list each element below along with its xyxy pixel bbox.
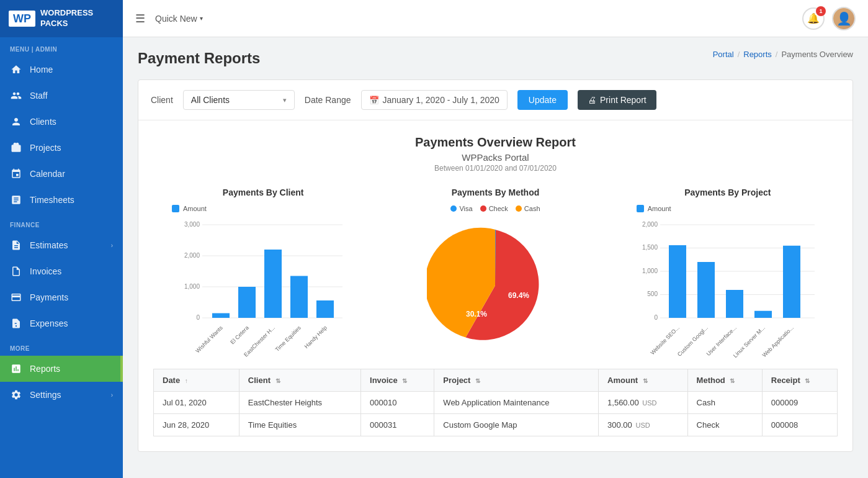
cell-client: Time Equities bbox=[239, 414, 360, 436]
hamburger-button[interactable]: ☰ bbox=[135, 12, 145, 25]
svg-text:Website SEO...: Website SEO... bbox=[649, 325, 680, 356]
page-content: Payment Reports Portal / Reports / Payme… bbox=[123, 37, 868, 478]
date-range-input[interactable]: 📅 January 1, 2020 - July 1, 2020 bbox=[361, 90, 508, 110]
by-client-title: Payments By Client bbox=[223, 187, 304, 197]
legend-amount-color bbox=[172, 205, 179, 212]
calendar-icon: 📅 bbox=[369, 96, 379, 105]
svg-text:2,000: 2,000 bbox=[184, 252, 200, 259]
cell-method: Check bbox=[687, 414, 762, 436]
col-project[interactable]: Project ⇅ bbox=[434, 369, 599, 392]
payments-label: Payments bbox=[30, 292, 68, 302]
cell-date: Jul 01, 2020 bbox=[154, 392, 239, 414]
receipt-sort-icon: ⇅ bbox=[805, 377, 810, 384]
svg-rect-12 bbox=[316, 300, 334, 318]
svg-rect-9 bbox=[238, 287, 256, 318]
legend-amount-label: Amount bbox=[183, 205, 207, 212]
by-method-svg: 69.4% 30.1% bbox=[427, 217, 563, 354]
sidebar-item-calendar[interactable]: Calendar bbox=[0, 161, 123, 187]
project-legend-label: Amount bbox=[648, 205, 671, 212]
quick-new-arrow-icon: ▾ bbox=[200, 15, 203, 22]
svg-rect-34 bbox=[783, 246, 800, 318]
col-amount[interactable]: Amount ⇅ bbox=[599, 369, 688, 392]
notification-badge: 1 bbox=[816, 6, 826, 16]
svg-text:Wishful Wants: Wishful Wants bbox=[195, 325, 225, 354]
staff-label: Staff bbox=[30, 91, 48, 101]
cell-receipt: 000008 bbox=[762, 414, 837, 436]
cell-date: Jun 28, 2020 bbox=[154, 414, 239, 436]
report-subtitle: WPPacks Portal bbox=[153, 152, 838, 163]
cell-project: Custom Google Map bbox=[434, 414, 599, 436]
payments-by-client-chart: Payments By Client Amount 3,000 2,000 1,… bbox=[153, 187, 373, 354]
svg-rect-10 bbox=[264, 250, 282, 318]
sidebar-item-projects[interactable]: Projects bbox=[0, 135, 123, 161]
client-select-arrow-icon: ▾ bbox=[283, 96, 287, 104]
sidebar-item-home[interactable]: Home bbox=[0, 56, 123, 83]
invoices-label: Invoices bbox=[30, 266, 61, 276]
check-legend-color bbox=[480, 205, 486, 212]
sidebar-item-invoices[interactable]: Invoices bbox=[0, 258, 123, 284]
svg-rect-32 bbox=[726, 290, 743, 318]
invoice-sort-icon: ⇅ bbox=[402, 377, 407, 384]
by-project-title: Payments By Project bbox=[684, 187, 771, 197]
breadcrumb-sep-2: / bbox=[776, 50, 778, 59]
quick-new-button[interactable]: Quick New ▾ bbox=[155, 14, 203, 24]
more-section-label: MORE bbox=[0, 336, 123, 356]
print-report-button[interactable]: 🖨 Print Report bbox=[578, 90, 656, 110]
client-select[interactable]: All Clients ▾ bbox=[183, 90, 295, 110]
col-client[interactable]: Client ⇅ bbox=[239, 369, 360, 392]
calendar-icon bbox=[10, 168, 22, 180]
logo-wp-badge: WP bbox=[9, 11, 35, 27]
breadcrumb-portal[interactable]: Portal bbox=[713, 50, 734, 59]
charts-row: Payments By Client Amount 3,000 2,000 1,… bbox=[153, 187, 838, 354]
staff-icon bbox=[10, 89, 22, 102]
svg-rect-30 bbox=[669, 245, 686, 318]
invoices-icon bbox=[10, 265, 22, 277]
breadcrumb-reports[interactable]: Reports bbox=[743, 50, 772, 59]
expenses-icon bbox=[10, 317, 22, 330]
filters-bar: Client All Clients ▾ Date Range 📅 Januar… bbox=[138, 80, 852, 120]
col-date[interactable]: Date ↑ bbox=[154, 369, 239, 392]
reports-icon bbox=[10, 363, 22, 375]
sidebar-item-estimates[interactable]: Estimates › bbox=[0, 232, 123, 258]
sidebar-item-timesheets[interactable]: Timesheets bbox=[0, 187, 123, 213]
user-avatar[interactable]: 👤 bbox=[832, 7, 856, 30]
check-legend: Check bbox=[480, 205, 508, 212]
svg-text:1,000: 1,000 bbox=[184, 283, 200, 290]
notifications-button[interactable]: 🔔 1 bbox=[802, 7, 825, 30]
svg-text:69.4%: 69.4% bbox=[508, 291, 529, 300]
logo-text: WORDPRESSPACKS bbox=[40, 8, 93, 29]
estimates-label: Estimates bbox=[30, 240, 68, 250]
avatar-image: 👤 bbox=[833, 8, 854, 29]
svg-text:3,000: 3,000 bbox=[184, 221, 200, 228]
sidebar-item-reports[interactable]: Reports bbox=[0, 356, 123, 382]
svg-text:Handy Help: Handy Help bbox=[303, 325, 328, 349]
timesheets-label: Timesheets bbox=[30, 195, 74, 205]
date-range-value-text: January 1, 2020 - July 1, 2020 bbox=[383, 95, 499, 105]
report-date-range: Between 01/01/2020 and 07/01/2020 bbox=[153, 164, 838, 173]
report-title-section: Payments Overview Report WPPacks Portal … bbox=[153, 135, 838, 173]
sidebar-item-payments[interactable]: Payments bbox=[0, 284, 123, 310]
date-range-label: Date Range bbox=[305, 95, 351, 105]
main-area: ☰ Quick New ▾ 🔔 1 👤 Payment Reports Port… bbox=[123, 0, 868, 478]
svg-rect-11 bbox=[290, 276, 308, 318]
col-method[interactable]: Method ⇅ bbox=[687, 369, 762, 392]
check-legend-label: Check bbox=[489, 205, 508, 212]
sidebar-item-clients[interactable]: Clients bbox=[0, 109, 123, 135]
svg-text:El Cetera: El Cetera bbox=[229, 325, 250, 346]
col-invoice[interactable]: Invoice ⇅ bbox=[361, 369, 434, 392]
cash-legend-color bbox=[516, 205, 522, 212]
cell-project: Web Application Maintenance bbox=[434, 392, 599, 414]
settings-arrow: › bbox=[111, 392, 113, 399]
update-button[interactable]: Update bbox=[517, 90, 568, 110]
projects-icon bbox=[10, 142, 22, 154]
currency-label: USD bbox=[635, 422, 650, 429]
sidebar-item-staff[interactable]: Staff bbox=[0, 83, 123, 109]
page-header: Payment Reports Portal / Reports / Payme… bbox=[138, 50, 853, 67]
by-project-legend: Amount bbox=[637, 205, 671, 212]
sidebar-item-settings[interactable]: Settings › bbox=[0, 382, 123, 408]
col-receipt[interactable]: Receipt ⇅ bbox=[762, 369, 837, 392]
project-sort-icon: ⇅ bbox=[475, 377, 480, 384]
svg-text:Custom Googl...: Custom Googl... bbox=[676, 325, 709, 358]
svg-text:500: 500 bbox=[647, 291, 658, 297]
sidebar-item-expenses[interactable]: Expenses bbox=[0, 310, 123, 336]
